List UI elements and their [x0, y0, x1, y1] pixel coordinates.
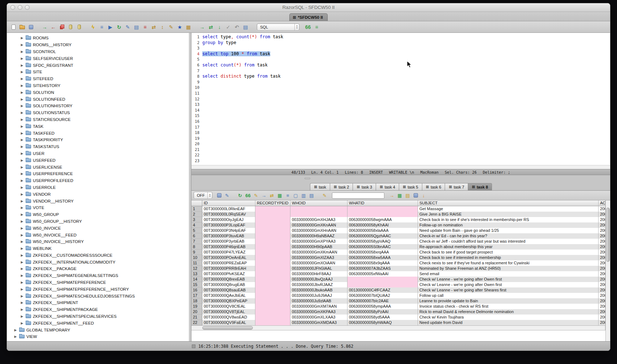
table-row[interactable]: 100T3000000L0RknEAFGet Massage200: [191, 206, 605, 212]
tree-item-userfeed[interactable]: ▶USERFEED: [7, 157, 189, 164]
editor-line[interactable]: [202, 68, 610, 74]
disclosure-triangle-icon[interactable]: ▶: [20, 145, 24, 148]
cell-subject[interactable]: Nominated by Shane Freeman at ANZ (HR50): [418, 266, 599, 271]
cell-id[interactable]: 00T3000000PRR8rEAH: [202, 266, 255, 271]
cell-ac[interactable]: 200: [599, 304, 605, 309]
tree-item-solutionhistory[interactable]: ▶SOLUTIONHISTORY: [7, 103, 189, 109]
table-row[interactable]: 200T3000000L0RqSEAVGive Jenn a BIG RAISE…: [191, 212, 605, 217]
disclosure-triangle-icon[interactable]: ▶: [20, 281, 24, 284]
go-search-icon[interactable]: →: [388, 192, 395, 199]
tree-item-w50_group[interactable]: ▶W50_GROUP: [7, 211, 189, 218]
cell-whoid[interactable]: 0033000000JbvRJAAZ: [290, 282, 348, 287]
table-row[interactable]: 400T3000000P3LopEAF0033000000GmXKnAAN006…: [191, 222, 605, 228]
tree-item-rooms[interactable]: ▶ROOMS: [7, 35, 189, 42]
table-row[interactable]: 1700T3000000QAeJbEAL0033000000Ju9J9AAJ00…: [191, 293, 605, 298]
tree-item-w50_group__history[interactable]: ▶W50_GROUP__HISTORY: [7, 218, 189, 225]
cell-subject[interactable]: Send email: [418, 271, 599, 277]
disclosure-triangle-icon[interactable]: ▶: [20, 165, 24, 169]
copy-with-headers-icon[interactable]: ▤: [308, 192, 315, 199]
results-search-input[interactable]: [332, 192, 384, 199]
cell-subject[interactable]: Leanne to provide update to Bain: [418, 298, 599, 304]
disclosure-triangle-icon[interactable]: ▶: [20, 206, 24, 209]
cell-recordtypeid[interactable]: [255, 250, 290, 255]
disclosure-triangle-icon[interactable]: ▶: [20, 91, 24, 94]
editor-horizontal-scrollbar[interactable]: [191, 165, 610, 169]
cell-recordtypeid[interactable]: [255, 309, 290, 315]
data-convert-icon[interactable]: ↕: [159, 23, 166, 31]
cell-subject[interactable]: Check back to see if interested in membe…: [418, 255, 599, 260]
tree-item-userlicense[interactable]: ▶USERLICENSE: [7, 164, 189, 170]
cell-recordtypeid[interactable]: [255, 212, 290, 217]
cell-id[interactable]: 00T3000000QV8wsEAD: [202, 315, 255, 320]
data-compare-icon[interactable]: ⇄: [150, 23, 158, 31]
cell-ac[interactable]: 200: [599, 298, 605, 304]
cell-id[interactable]: 00T3000000L0RknEAF: [202, 206, 255, 212]
cell-id[interactable]: 00T3000000P3N4pEAF: [202, 228, 255, 233]
result-tab-task-8[interactable]: ⊠task 8: [468, 183, 492, 190]
cell-ac[interactable]: 200: [599, 206, 605, 212]
tree-item-w50_invoice__history[interactable]: ▶W50_INVOICE__HISTORY: [7, 238, 189, 245]
tree-item-taskpriority[interactable]: ▶TASKPRIORITY: [7, 136, 189, 143]
close-tab-icon[interactable]: ⊠: [357, 185, 359, 189]
cell-whatid[interactable]: 006300000058ypVAAQ: [348, 239, 418, 244]
cell-recordtypeid[interactable]: [255, 222, 290, 228]
save-grid-icon[interactable]: [412, 192, 419, 199]
cell-whoid[interactable]: 0033000000GmXM7AAN: [290, 304, 348, 309]
table-row[interactable]: 2000T3000000QV8TjEAL0033000000GmXKPAA300…: [191, 309, 605, 315]
disclosure-triangle-icon[interactable]: ▶: [20, 233, 24, 237]
sql-editor[interactable]: 1234567891011121314151617181920212223 se…: [191, 33, 610, 165]
cell-whatid[interactable]: [348, 206, 418, 212]
editor-line[interactable]: [202, 85, 610, 91]
cell-whatid[interactable]: 006300000058yhWAAQ: [348, 320, 418, 325]
tree-item-userpreference[interactable]: ▶USERPREFERENCE: [7, 170, 189, 177]
sort-results-icon[interactable]: ✎: [224, 192, 230, 199]
editor-line[interactable]: [202, 113, 610, 119]
open-file-icon[interactable]: [18, 23, 26, 31]
sql-code-area[interactable]: select type, count(*) from taskgroup by …: [201, 33, 610, 165]
table-row[interactable]: 800T3000000P46qnEAB0033000000H9i0pAAB006…: [191, 244, 605, 250]
cell-id[interactable]: 00T3000000PREZaEAP: [202, 260, 255, 266]
tree-item-weblink[interactable]: ▶WEBLINK: [7, 245, 189, 252]
disclosure-triangle-icon[interactable]: ▶: [20, 70, 24, 74]
table-row[interactable]: 2100T3000000QV8wsEAD0033000000GmXLXAA300…: [191, 315, 605, 320]
tree-item-sitefeed[interactable]: ▶SITEFEED: [7, 75, 189, 82]
tree-item-zkfedex__shipmentpackage[interactable]: ▶ZKFEDEX__SHIPMENTPACKAGE: [7, 306, 189, 313]
close-tab-icon[interactable]: ⊠: [334, 185, 337, 189]
cell-whatid[interactable]: 00630000007bIQUAA2: [348, 293, 418, 298]
editor-line[interactable]: [202, 147, 610, 153]
editor-line[interactable]: [202, 102, 610, 108]
cell-id[interactable]: 00T3000000P3LopEAF: [202, 222, 255, 228]
tree-item-zkfedex__internationalcommodity[interactable]: ▶ZKFEDEX__INTERNATIONALCOMMODITY: [7, 259, 189, 265]
save-file-icon[interactable]: [27, 23, 35, 31]
horizontal-splitter[interactable]: [191, 175, 610, 182]
export-table-icon[interactable]: ▦: [185, 23, 192, 31]
cell-recordtypeid[interactable]: [255, 228, 290, 233]
disclosure-triangle-icon[interactable]: ▶: [20, 104, 24, 108]
result-tab-task-6[interactable]: ⊠task 6: [422, 183, 445, 190]
row-limit-select[interactable]: OFF ▲▼: [194, 192, 212, 199]
generate-table-icon[interactable]: ▦: [276, 192, 283, 199]
cell-whatid[interactable]: 006300000058xrqAAA: [348, 250, 418, 255]
cell-ac[interactable]: 200: [599, 244, 605, 250]
cell-whatid[interactable]: 006300000058x9qAAA: [348, 260, 418, 266]
column-header-whoid[interactable]: WHOID: [290, 200, 348, 206]
cell-whatid[interactable]: 006300000058wgmAAA: [348, 217, 418, 222]
cell-subject[interactable]: Need update from David: [418, 320, 599, 325]
cell-whoid[interactable]: 0033000000JFhGlAAL: [290, 266, 348, 271]
cell-recordtypeid[interactable]: [255, 315, 290, 320]
editor-line[interactable]: [202, 96, 610, 102]
cell-id[interactable]: 00T3000000Q8rexEAB: [202, 277, 255, 282]
cell-ac[interactable]: 200: [599, 222, 605, 228]
cell-id[interactable]: 00T3000000P3tuvEAB: [202, 233, 255, 239]
table-row[interactable]: 2200T3000000QV9FaEAL0033000000GmXMDAA300…: [191, 320, 605, 325]
disclosure-triangle-icon[interactable]: ▶: [20, 240, 24, 243]
editor-line[interactable]: [202, 141, 610, 147]
editor-line[interactable]: [202, 91, 610, 96]
close-tab-icon[interactable]: ⊠: [403, 185, 406, 189]
table-row[interactable]: 1500T3000000Q8rugEAB0033000000JbvRJAAZCh…: [191, 282, 605, 287]
update-row-icon[interactable]: ⇄: [268, 192, 275, 199]
execute-script-icon[interactable]: ▶: [107, 23, 114, 31]
table-vertical-scrollbar[interactable]: [605, 200, 610, 341]
cell-id[interactable]: 00T3000000L0RqSEAV: [202, 212, 255, 217]
reload-script-icon[interactable]: ↻: [115, 23, 123, 31]
